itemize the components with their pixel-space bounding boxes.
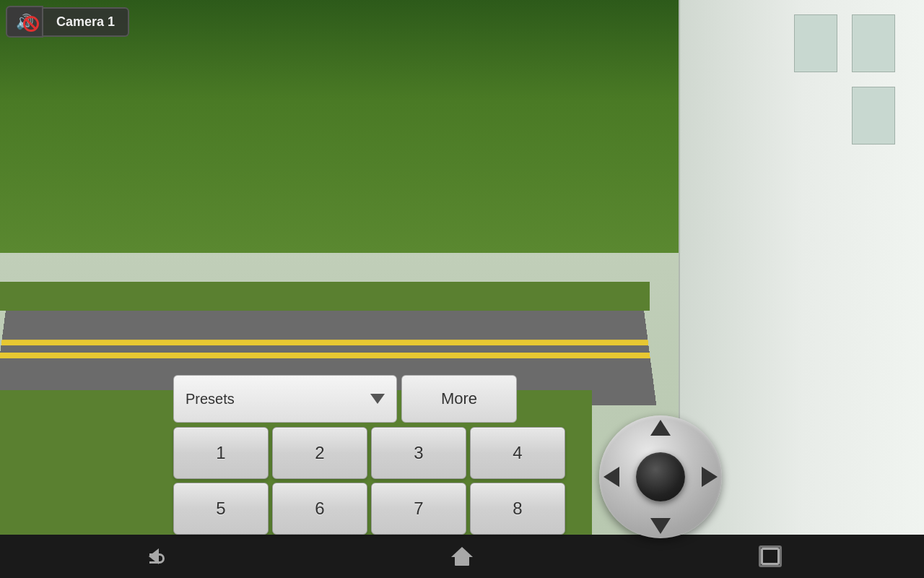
- ptz-right-arrow[interactable]: [702, 467, 718, 487]
- number-grid: 1 2 3 4 5 6 7 8: [173, 427, 565, 535]
- dropdown-arrow-icon: [370, 394, 385, 404]
- presets-label: Presets: [186, 391, 235, 407]
- preset-btn-3[interactable]: 3: [371, 427, 466, 479]
- ptz-down-arrow[interactable]: [650, 518, 671, 534]
- grass-strip: [0, 282, 650, 311]
- preset-btn-8[interactable]: 8: [470, 483, 565, 535]
- camera-label: Camera 1: [43, 7, 129, 37]
- presets-row: Presets More: [173, 375, 565, 423]
- preset-btn-5[interactable]: 5: [173, 483, 269, 535]
- controls-panel: Presets More 1 2 3 4 5 6 7 8: [173, 375, 565, 535]
- home-icon: [452, 547, 472, 566]
- recents-icon: [761, 548, 780, 565]
- ptz-joystick[interactable]: [599, 415, 722, 538]
- ptz-center-button[interactable]: [636, 452, 685, 501]
- preset-btn-6[interactable]: 6: [272, 483, 367, 535]
- preset-btn-2[interactable]: 2: [272, 427, 367, 479]
- road-markings: [1, 340, 649, 345]
- preset-btn-4[interactable]: 4: [470, 427, 565, 479]
- preset-btn-1[interactable]: 1: [173, 427, 269, 479]
- back-button[interactable]: [125, 538, 183, 574]
- mute-button[interactable]: 🔊: [6, 6, 43, 38]
- top-bar: 🔊 Camera 1: [6, 6, 129, 38]
- ptz-control: [599, 415, 722, 538]
- more-button[interactable]: More: [401, 375, 517, 423]
- home-button[interactable]: [433, 538, 491, 574]
- mute-no-sign: [23, 16, 39, 32]
- ptz-up-arrow[interactable]: [650, 420, 671, 436]
- nav-bar: [0, 535, 924, 578]
- trees-background: [0, 0, 693, 253]
- recents-button[interactable]: [741, 538, 799, 574]
- preset-btn-7[interactable]: 7: [371, 483, 466, 535]
- ptz-left-arrow[interactable]: [603, 467, 619, 487]
- back-icon: [143, 548, 165, 564]
- presets-dropdown[interactable]: Presets: [173, 375, 397, 423]
